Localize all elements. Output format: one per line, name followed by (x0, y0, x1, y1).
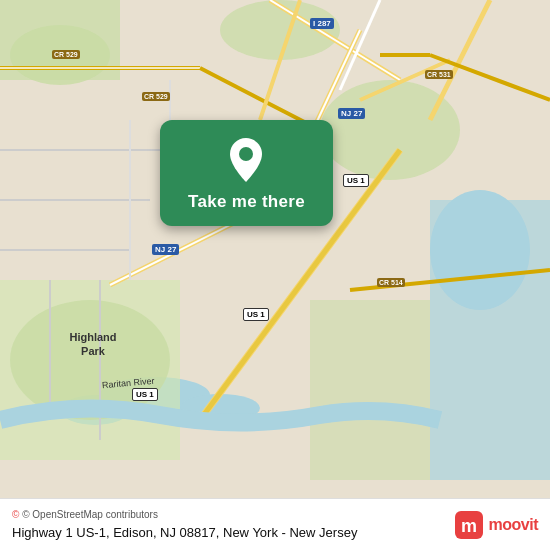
cr531-shield: CR 531 (425, 70, 453, 79)
location-pin-icon (228, 138, 264, 182)
osm-credit: © © OpenStreetMap contributors (12, 509, 357, 520)
svg-text:m: m (461, 516, 477, 536)
us1-shield-mid: US 1 (243, 308, 269, 321)
take-me-there-label: Take me there (188, 192, 305, 212)
us1-shield-bottom: US 1 (132, 388, 158, 401)
take-me-there-container[interactable]: Take me there (160, 120, 333, 226)
take-me-there-button[interactable]: Take me there (160, 120, 333, 226)
svg-point-37 (239, 147, 253, 161)
nj27-shield-bottom: NJ 27 (152, 244, 179, 255)
svg-rect-11 (310, 300, 430, 480)
highland-park-label: HighlandPark (48, 330, 138, 359)
nj27-shield-top: NJ 27 (338, 108, 365, 119)
moovit-icon: m (453, 509, 485, 541)
map-container: I 287 NJ 27 NJ 27 US 1 US 1 US 1 CR 529 … (0, 0, 550, 550)
address-text: Highway 1 US-1, Edison, NJ 08817, New Yo… (12, 524, 357, 542)
svg-point-4 (430, 190, 530, 310)
us1-shield-top: US 1 (343, 174, 369, 187)
bottom-bar: © © OpenStreetMap contributors Highway 1… (0, 498, 550, 550)
cr514-shield: CR 514 (377, 278, 405, 287)
moovit-logo: m moovit (453, 509, 538, 541)
map-svg (0, 0, 550, 490)
cr529-shield-right: CR 529 (142, 92, 170, 101)
osm-credit-text: © OpenStreetMap contributors (22, 509, 158, 520)
i287-shield: I 287 (310, 18, 334, 29)
moovit-text: moovit (489, 516, 538, 534)
cr529-shield-left: CR 529 (52, 50, 80, 59)
bottom-left: © © OpenStreetMap contributors Highway 1… (12, 509, 357, 542)
